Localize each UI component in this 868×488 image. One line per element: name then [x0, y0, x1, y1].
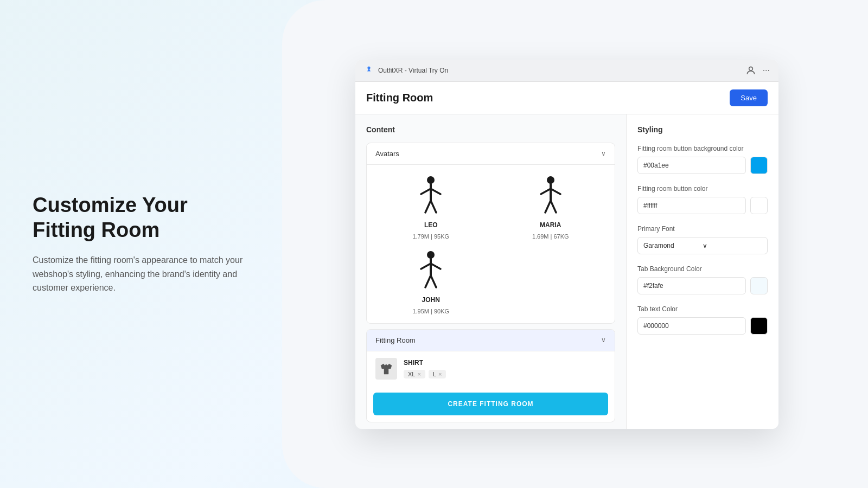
avatars-section-body: LEO 1.79M | 95KG	[367, 165, 615, 323]
content-panel-title: Content	[366, 125, 615, 134]
content-panel: Content Avatars ∨	[355, 114, 627, 429]
svg-point-13	[427, 251, 435, 259]
svg-line-9	[541, 189, 551, 194]
svg-line-11	[545, 201, 551, 213]
tab-text-color-input[interactable]	[637, 317, 746, 335]
style-field-btn-bg-color: Fitting room button background color	[637, 145, 768, 174]
style-input-row-btn-bg	[637, 157, 768, 174]
app-title-text: OutfitXR - Virtual Try On	[378, 67, 448, 74]
avatar-name-maria: MARIA	[540, 221, 561, 229]
style-label-btn-color: Fitting room button color	[637, 185, 768, 192]
left-heading: Customize Your Fitting Room	[33, 193, 250, 242]
shirt-info: SHIRT XL × L ×	[404, 359, 606, 378]
style-field-tab-bg: Tab Background Color	[637, 265, 768, 294]
main-content: Content Avatars ∨	[355, 114, 778, 429]
create-fitting-room-button[interactable]: CREATE FITTING ROOM	[373, 393, 608, 415]
title-bar-right: ···	[745, 65, 770, 76]
header-bar: Fitting Room Save	[355, 82, 778, 114]
avatar-item-john: JOHN 1.95M | 90KG	[375, 248, 487, 314]
svg-line-18	[431, 275, 436, 287]
style-input-row-tab-bg	[637, 277, 768, 294]
fitting-room-header[interactable]: Fitting Room ∨	[367, 330, 615, 351]
styling-panel: Styling Fitting room button background c…	[627, 114, 778, 429]
app-logo-icon	[364, 66, 374, 75]
size-l-remove[interactable]: ×	[438, 371, 442, 377]
btn-bg-color-input[interactable]	[637, 157, 746, 174]
avatars-label: Avatars	[375, 150, 399, 158]
avatar-name-leo: LEO	[424, 221, 438, 229]
style-field-tab-text: Tab text Color	[637, 305, 768, 335]
avatar-item-maria: MARIA 1.69M | 67KG	[495, 174, 607, 240]
shirt-item: SHIRT XL × L ×	[367, 351, 615, 386]
svg-line-12	[551, 201, 556, 213]
avatar-item-leo: LEO 1.79M | 95KG	[375, 174, 487, 240]
page-title: Fitting Room	[366, 92, 433, 104]
svg-line-5	[425, 201, 431, 213]
save-button[interactable]: Save	[730, 89, 768, 106]
size-tag-xl: XL ×	[404, 370, 425, 378]
style-field-font: Primary Font Garamond ∨	[637, 225, 768, 254]
style-label-tab-bg: Tab Background Color	[637, 265, 768, 273]
right-container: OutfitXR - Virtual Try On ··· Fitting Ro…	[282, 0, 868, 488]
font-select-value: Garamond	[643, 242, 703, 249]
style-input-row-btn-color	[637, 197, 768, 214]
fitting-room-chevron-icon: ∨	[601, 336, 606, 344]
shirt-icon	[379, 361, 394, 376]
size-tags: XL × L ×	[404, 370, 606, 378]
svg-line-6	[431, 201, 436, 213]
size-tag-l: L ×	[429, 370, 446, 378]
fitting-room-section: Fitting Room ∨ SHIRT	[366, 329, 615, 422]
left-description: Customize the fitting room's appearance …	[33, 253, 250, 295]
btn-color-input[interactable]	[637, 197, 746, 214]
font-select-chevron-icon: ∨	[703, 242, 762, 249]
avatars-section-header[interactable]: Avatars ∨	[367, 143, 615, 165]
size-xl-remove[interactable]: ×	[417, 371, 420, 377]
shirt-name: SHIRT	[404, 359, 606, 367]
avatar-figure-leo	[414, 174, 447, 217]
app-window: OutfitXR - Virtual Try On ··· Fitting Ro…	[355, 60, 778, 429]
size-xl-label: XL	[408, 371, 415, 377]
title-bar-left: OutfitXR - Virtual Try On	[364, 66, 448, 75]
style-input-row-tab-text	[637, 317, 768, 335]
svg-line-4	[431, 189, 441, 194]
avatars-chevron-icon: ∨	[601, 150, 606, 157]
avatar-stats-john: 1.95M | 90KG	[412, 308, 449, 314]
tab-text-color-swatch[interactable]	[750, 317, 768, 335]
svg-line-15	[421, 264, 431, 269]
font-select[interactable]: Garamond ∨	[637, 237, 768, 254]
svg-line-16	[431, 264, 441, 269]
avatar-figure-john	[414, 248, 447, 292]
tab-bg-color-input[interactable]	[637, 277, 746, 294]
style-field-btn-color: Fitting room button color	[637, 185, 768, 214]
title-bar: OutfitXR - Virtual Try On ···	[355, 60, 778, 82]
avatar-name-john: JOHN	[422, 296, 440, 304]
avatar-stats-maria: 1.69M | 67KG	[532, 233, 569, 240]
avatar-stats-leo: 1.79M | 95KG	[412, 233, 449, 240]
tab-bg-color-swatch[interactable]	[750, 277, 768, 294]
svg-point-0	[749, 67, 752, 70]
fitting-room-label: Fitting Room	[375, 336, 416, 344]
style-label-font: Primary Font	[637, 225, 768, 233]
left-panel: Customize Your Fitting Room Customize th…	[0, 150, 282, 338]
svg-line-17	[425, 275, 431, 287]
style-label-tab-text: Tab text Color	[637, 305, 768, 313]
svg-line-3	[421, 189, 431, 194]
shirt-image	[375, 358, 397, 380]
avatar-grid: LEO 1.79M | 95KG	[375, 174, 606, 314]
styling-panel-title: Styling	[637, 125, 768, 134]
btn-color-swatch[interactable]	[750, 197, 768, 214]
style-label-btn-bg-color: Fitting room button background color	[637, 145, 768, 152]
svg-point-1	[427, 176, 435, 184]
size-l-label: L	[433, 371, 436, 377]
user-icon[interactable]	[745, 65, 756, 76]
btn-bg-color-swatch[interactable]	[750, 157, 768, 174]
svg-line-10	[551, 189, 560, 194]
avatars-section-card: Avatars ∨	[366, 143, 615, 324]
svg-point-7	[547, 176, 554, 184]
more-options-icon[interactable]: ···	[763, 66, 770, 75]
avatar-figure-maria	[534, 174, 567, 217]
